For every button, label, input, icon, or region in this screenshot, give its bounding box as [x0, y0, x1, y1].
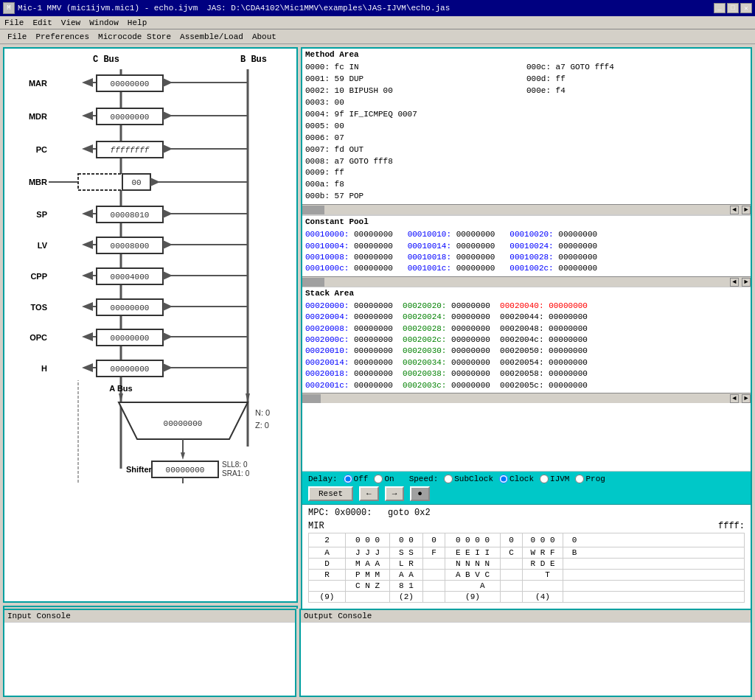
- app-menu-microcode-store[interactable]: Microcode Store: [94, 32, 175, 42]
- svg-text:H: H: [41, 364, 47, 373]
- menu-window[interactable]: Window: [85, 18, 123, 28]
- mir-field-w3: T: [523, 570, 563, 580]
- delay-on-radio[interactable]: [374, 475, 383, 483]
- pool-scroll-left[interactable]: ◄: [730, 278, 739, 287]
- mir-field-c3: [501, 570, 523, 580]
- window-title: Mic-1 MMV (mic1ijvm.mic1) - echo.ijvm: [18, 4, 198, 13]
- mir-field-s4: 8 1: [390, 581, 423, 591]
- svg-text:00000000: 00000000: [111, 334, 150, 343]
- mir-field-w1: W R F: [523, 547, 563, 558]
- delay-on-option[interactable]: On: [374, 475, 394, 483]
- app-menu-preferences[interactable]: Preferences: [31, 32, 94, 42]
- step-forward-button[interactable]: →: [385, 486, 405, 501]
- mir-field-b4: [563, 581, 585, 591]
- reset-button[interactable]: Reset: [308, 486, 353, 501]
- svg-text:00008010: 00008010: [111, 211, 150, 220]
- app-menu-file[interactable]: File: [3, 32, 31, 42]
- pool-row-2: 00010008: 00000000 00010018: 00000000 00…: [305, 252, 748, 263]
- stack-scroll-left[interactable]: ◄: [730, 394, 739, 403]
- speed-ijvm-option[interactable]: IJVM: [540, 475, 569, 483]
- method-line-r2: 000e: f4: [526, 85, 748, 97]
- method-scroll-right[interactable]: ►: [742, 206, 751, 214]
- menu-file[interactable]: File: [0, 18, 28, 28]
- pool-row-0: 00010000: 00000000 00010010: 00000000 00…: [305, 229, 748, 240]
- speed-clock-option[interactable]: Clock: [499, 475, 534, 483]
- mir-count-f: [423, 592, 445, 602]
- mir-count-jal: [346, 592, 390, 602]
- method-line-2: 0002: 10 BIPUSH 00: [305, 85, 526, 97]
- svg-text:MBR: MBR: [29, 178, 47, 186]
- mir-field-b2: [563, 559, 585, 569]
- svg-text:00000000: 00000000: [166, 466, 205, 475]
- app-icon: M: [3, 2, 15, 14]
- maximize-button[interactable]: □: [727, 3, 739, 13]
- svg-text:Z: 0: Z: 0: [255, 421, 269, 430]
- svg-marker-9: [82, 111, 93, 120]
- stack-row-2: 00020008: 00000000 00020028: 00000000 00…: [305, 323, 748, 335]
- speed-subclock-radio[interactable]: [444, 475, 453, 483]
- control-row1: Delay: Off On Speed: SubClock Clock: [308, 475, 745, 483]
- svg-text:TOS: TOS: [31, 303, 47, 312]
- svg-text:A Bus: A Bus: [109, 384, 132, 393]
- speed-prog-radio[interactable]: [575, 475, 584, 483]
- pool-scrollbar[interactable]: ◄ ►: [302, 276, 751, 287]
- speed-prog-option[interactable]: Prog: [575, 475, 605, 483]
- app-menu-assemble-load[interactable]: Assemble/Load: [175, 32, 248, 42]
- pool-scroll-right[interactable]: ►: [742, 278, 751, 287]
- svg-text:ffffffff: ffffffff: [111, 146, 150, 155]
- mir-val-c: 0: [501, 533, 523, 547]
- method-line-8: 0008: a7 GOTO fff8: [305, 156, 526, 168]
- method-scrollbar[interactable]: ◄ ►: [302, 204, 751, 214]
- app-menu-about[interactable]: About: [248, 32, 281, 42]
- svg-text:PC: PC: [36, 145, 47, 154]
- output-console-bottom: Output Console: [299, 609, 752, 697]
- datapath-svg: 00000000 MAR 00000000 MDR: [4, 49, 285, 483]
- window-subtitle: JAS: D:\CDA4102\Mic1MMV\examples\JAS-IJV…: [206, 4, 450, 13]
- stack-row-3: 0002000c: 00000000 0002002c: 00000000 00…: [305, 335, 748, 346]
- step-back-button[interactable]: ←: [359, 486, 379, 501]
- svg-text:00000000: 00000000: [164, 419, 203, 428]
- delay-off-radio[interactable]: [344, 475, 352, 483]
- stack-scrollbar[interactable]: ◄ ►: [302, 393, 751, 403]
- menu-help[interactable]: Help: [123, 18, 151, 28]
- svg-marker-64: [163, 332, 173, 341]
- svg-marker-44: [82, 271, 93, 280]
- stop-icon: ●: [417, 489, 422, 498]
- mir-count-wrf: (4): [523, 592, 563, 602]
- svg-marker-57: [163, 302, 173, 311]
- stack-scroll-right[interactable]: ►: [742, 394, 751, 403]
- delay-off-option[interactable]: Off: [344, 475, 369, 483]
- svg-text:CPP: CPP: [30, 272, 47, 281]
- stack-row-0: 00020000: 00000000 00020020: 00000000 00…: [305, 301, 748, 312]
- speed-subclock-option[interactable]: SubClock: [444, 475, 493, 483]
- mir-val-adr: 2: [309, 533, 346, 547]
- input-console-bottom: Input Console: [3, 609, 296, 697]
- method-line-r0: 000c: a7 GOTO fff4: [526, 62, 748, 74]
- svg-marker-22: [163, 144, 173, 153]
- menu-view[interactable]: View: [57, 18, 85, 28]
- mir-field-f3: [423, 570, 445, 580]
- menu-edit[interactable]: Edit: [28, 18, 56, 28]
- stop-button[interactable]: ●: [410, 486, 430, 501]
- mir-val-wrf: 0 0 0: [523, 533, 563, 547]
- method-line-10: 000a: f8: [305, 179, 526, 191]
- speed-clock-radio[interactable]: [499, 475, 508, 483]
- speed-ijvm-radio[interactable]: [540, 475, 549, 483]
- datapath-panel: C Bus B Bus 00000000 MAR: [3, 47, 298, 603]
- svg-marker-58: [82, 332, 93, 341]
- method-area-title: Method Area: [302, 49, 751, 60]
- mir-field-c2: [501, 559, 523, 569]
- svg-text:00000000: 00000000: [111, 365, 150, 374]
- mir-count-eeni: (9): [445, 592, 501, 602]
- method-scroll-left[interactable]: ◄: [730, 206, 739, 214]
- svg-marker-73: [119, 393, 123, 402]
- svg-marker-50: [163, 271, 173, 280]
- mir-field-s2: L R: [390, 559, 423, 569]
- method-area: Method Area 0000: fc IN 0001: 59 DUP 000…: [302, 49, 751, 215]
- mir-label-row: MIR ffff:: [308, 521, 745, 531]
- speed-subclock-label: SubClock: [454, 475, 493, 483]
- minimize-button[interactable]: _: [714, 3, 726, 13]
- svg-text:SRA1: 0: SRA1: 0: [222, 469, 250, 477]
- method-line-3: 0003: 00: [305, 97, 526, 109]
- close-button[interactable]: ✕: [740, 3, 752, 13]
